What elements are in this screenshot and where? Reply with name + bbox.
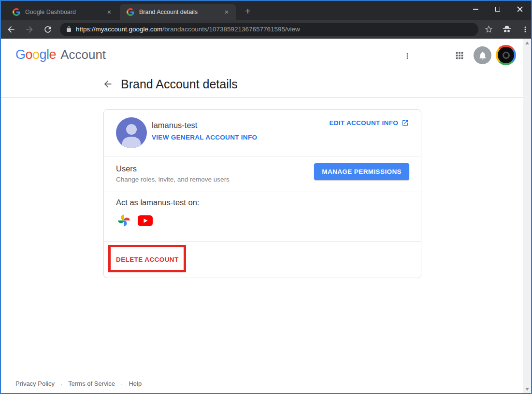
tab-title: Google Dashboard: [25, 9, 105, 15]
lock-icon: [66, 26, 72, 32]
google-logo: Google: [15, 47, 56, 62]
tab-google-dashboard[interactable]: Google Dashboard ×: [6, 4, 118, 20]
browser-menu-button[interactable]: [517, 21, 532, 38]
help-link[interactable]: Help: [129, 380, 142, 387]
maximize-button[interactable]: [487, 1, 509, 17]
maximize-icon: [495, 7, 500, 12]
card-row-divider: [104, 192, 421, 192]
minimize-icon: [473, 9, 478, 10]
open-in-new-icon: [402, 119, 409, 127]
star-icon: [484, 25, 493, 34]
google-favicon-icon: [13, 8, 20, 16]
avatar-image: [498, 47, 514, 63]
users-section-subtitle: Change roles, invite, and remove users: [116, 176, 230, 183]
tab-close-icon[interactable]: ×: [105, 8, 114, 16]
address-bar[interactable]: https://myaccount.google.com/brandaccoun…: [60, 23, 478, 36]
red-highlight-annotation: [108, 245, 186, 272]
youtube-icon[interactable]: [138, 215, 153, 226]
google-apps-button[interactable]: [453, 49, 466, 62]
url-text: https://myaccount.google.com/brandaccoun…: [76, 26, 300, 33]
footer-separator: ·: [121, 380, 123, 387]
footer-separator: ·: [60, 380, 62, 387]
more-vert-icon: [521, 25, 530, 34]
up-triangle-icon: [525, 42, 529, 44]
google-account-header: Google Account: [15, 46, 106, 63]
card-row-divider: [104, 241, 421, 242]
brand-avatar: [116, 117, 147, 148]
url-path: /brandaccounts/107385921367657761595/vie…: [162, 26, 300, 33]
browser-window: Google Dashboard × Brand Account details…: [0, 0, 532, 394]
header-divider: [1, 97, 531, 98]
manage-permissions-button[interactable]: MANAGE PERMISSIONS: [314, 163, 409, 180]
close-button[interactable]: [509, 1, 531, 17]
terms-of-service-link[interactable]: Terms of Service: [68, 380, 115, 387]
scrollbar-down-arrow[interactable]: [523, 385, 531, 393]
camera-lens-icon: [503, 52, 510, 59]
tab-strip: Google Dashboard × Brand Account details…: [1, 1, 531, 20]
logo-letter: g: [40, 47, 47, 62]
edit-account-info-link[interactable]: EDIT ACCOUNT INFO: [329, 119, 409, 127]
tab-close-icon[interactable]: ×: [222, 8, 231, 16]
apps-grid-icon: [454, 50, 465, 61]
back-arrow-icon: [6, 25, 16, 34]
forward-button[interactable]: [21, 21, 38, 38]
more-vert-icon: [403, 52, 412, 60]
back-button[interactable]: [3, 21, 19, 38]
logo-letter: o: [32, 47, 40, 62]
refresh-button[interactable]: [40, 21, 56, 38]
account-avatar[interactable]: [496, 45, 516, 65]
forward-arrow-icon: [25, 25, 34, 34]
product-name: Account: [60, 47, 106, 62]
google-photos-icon[interactable]: [117, 214, 130, 227]
close-icon: [517, 6, 523, 12]
view-general-account-info-link[interactable]: VIEW GENERAL ACCOUNT INFO: [152, 134, 257, 141]
back-arrow-icon: [102, 79, 113, 89]
vertical-scrollbar[interactable]: [523, 39, 531, 393]
page-title: Brand Account details: [121, 77, 238, 91]
logo-letter: G: [15, 47, 26, 62]
page-footer: Privacy Policy · Terms of Service · Help: [15, 380, 142, 387]
down-triangle-icon: [525, 388, 529, 391]
privacy-policy-link[interactable]: Privacy Policy: [15, 380, 55, 387]
page-more-menu-button[interactable]: [401, 50, 414, 62]
browser-toolbar: https://myaccount.google.com/brandaccoun…: [1, 20, 531, 39]
page-back-button[interactable]: [102, 79, 113, 89]
card-row-divider: [104, 156, 421, 156]
incognito-indicator: [499, 21, 515, 38]
logo-letter: e: [49, 47, 57, 62]
brand-account-name: lamanus-test: [152, 121, 197, 130]
window-controls: [464, 1, 531, 17]
new-tab-button[interactable]: +: [242, 5, 254, 18]
bookmark-star-button[interactable]: [480, 21, 497, 38]
act-as-label: Act as lamanus-test on:: [116, 198, 199, 207]
scrollbar-up-arrow[interactable]: [523, 39, 531, 47]
minimize-button[interactable]: [464, 1, 487, 17]
service-icons-row: [117, 214, 153, 227]
incognito-icon: [502, 24, 512, 35]
google-favicon-icon: [127, 8, 134, 16]
users-section-title: Users: [116, 164, 137, 173]
page-content: Google Account Brand Account details: [1, 39, 531, 393]
tab-brand-account-details[interactable]: Brand Account details ×: [120, 4, 236, 20]
notifications-button[interactable]: [474, 46, 491, 64]
logo-letter: o: [26, 47, 33, 62]
refresh-icon: [43, 25, 53, 34]
person-silhouette-icon: [116, 117, 147, 148]
edit-account-info-label: EDIT ACCOUNT INFO: [329, 119, 398, 127]
tab-title: Brand Account details: [139, 9, 222, 15]
url-host: https://myaccount.google.com: [76, 26, 162, 33]
bell-icon: [478, 51, 488, 60]
